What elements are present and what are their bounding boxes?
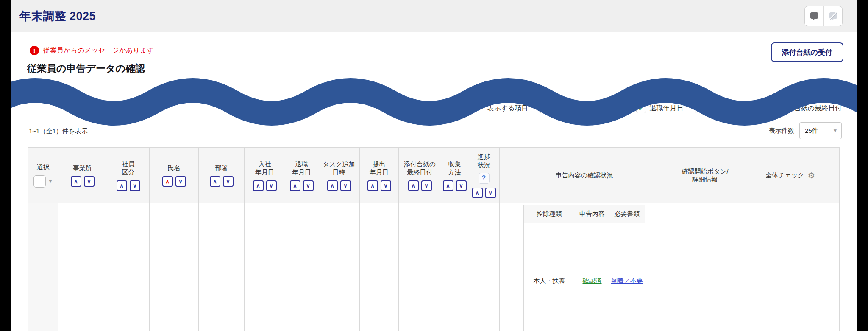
col-name: 氏名 ∧ ∨ [150, 148, 199, 203]
cell-select [28, 203, 58, 331]
cell-name: 10001 サンプル 一郎 [150, 203, 199, 331]
checkbox-department[interactable]: ✓ [540, 103, 550, 113]
result-count: 1~1（全1）件を表示 [29, 127, 88, 135]
col-task-added: タスク追加日時 ∧ ∨ [318, 148, 360, 203]
filter-item-retire-date: ✓ 退職年月日 [636, 103, 684, 113]
sort-asc-icon[interactable]: ∧ [472, 188, 483, 198]
page-size-label: 表示件数 [769, 127, 794, 135]
right-black-margin [857, 0, 868, 331]
checkbox-attachment-date[interactable]: ✓ [767, 103, 777, 113]
table-row: 株式会社オフィスステーション 正社員 10001 サンプル 一郎 部署A 202… [28, 203, 840, 331]
sort-asc-icon[interactable]: ∧ [210, 176, 220, 187]
sort-asc-icon[interactable]: ∧ [71, 176, 81, 187]
cell-progress: 確認済 変更 [468, 203, 500, 331]
review-row-self-dependents: 本人・扶養 確認済 到着／不要 [524, 223, 645, 331]
cell-attachment-last-date: 2025/09/22 [399, 203, 441, 331]
sort-asc-icon[interactable]: ∧ [290, 180, 300, 191]
cell-overall-check: ✓ 1次チェック (マニュアル … 2次チェック 3次チェック [741, 203, 840, 331]
cell-submit-date: 2025/09/30 [360, 203, 399, 331]
cell-retire-date: --- [285, 203, 318, 331]
attachment-sheet-button[interactable]: 添付台紙の受付 [771, 42, 843, 62]
col-submit-date: 提出年月日 ∧ ∨ [360, 148, 399, 203]
sort-asc-icon[interactable]: ∧ [443, 180, 453, 191]
sort-desc-icon[interactable]: ∨ [421, 180, 432, 191]
filter-item-attachment-date: ✓ 添付台紙の最終日付 [767, 103, 842, 113]
filter-item-task-added: ✓ タスク追加日時 [695, 103, 756, 113]
comment-icon-glyph [809, 11, 819, 21]
sort-asc-icon-active[interactable]: ∧ [162, 176, 173, 187]
alert-exclamation-icon: ! [30, 46, 39, 55]
employee-table: 選択 ▼ 事業所 ∧ ∨ 社員区分 ∧ ∨ [28, 147, 839, 331]
sort-desc-icon[interactable]: ∨ [84, 176, 95, 187]
checkbox-hire-date[interactable]: ✓ [578, 103, 588, 113]
sort-asc-icon[interactable]: ∧ [408, 180, 419, 191]
cell-task-added: 2025/09/12 11:20:07 [318, 203, 360, 331]
header-icon-group [804, 6, 843, 26]
cell-hire-date: 2023/04/01 [245, 203, 285, 331]
cell-office: 株式会社オフィスステーション [58, 203, 107, 331]
select-all-checkbox[interactable] [33, 175, 46, 188]
sort-asc-icon[interactable]: ∧ [327, 180, 338, 191]
filter-label: 表示する項目 [487, 104, 529, 113]
page-size-select[interactable]: 25件 ▼ [799, 122, 842, 139]
col-progress: 進捗状況 ? ∧ ∨ [468, 148, 500, 203]
gear-icon[interactable]: ⚙ [808, 171, 815, 180]
cell-review-status: 控除種類 申告内容 必要書類 本人・扶養 確認済 到着／不要 ✓保険料 確認済 … [500, 203, 669, 331]
review-content-link[interactable]: 確認済 [583, 277, 602, 284]
col-department: 部署 ∧ ∨ [199, 148, 245, 203]
sort-asc-icon[interactable]: ∧ [367, 180, 378, 191]
col-hire-date: 入社年月日 ∧ ∨ [245, 148, 285, 203]
col-confirm-detail: 確認開始ボタン/詳細情報 [669, 148, 741, 203]
sort-desc-icon[interactable]: ∨ [485, 188, 496, 198]
left-black-margin [0, 0, 11, 331]
cell-confirm-detail: ! 変更あり 申告内容を確認 メッセージ 年調用メモ 詳細情報 編集履歴 [669, 203, 741, 331]
display-items-filter: 表示する項目 ✓ 部署 ✓ 入社年月日 ✓ 退職年月日 ✓ タスク追加日時 ✓ … [487, 103, 842, 113]
app-header: 年末調整 2025 [11, 0, 857, 32]
checkbox-retire-date[interactable]: ✓ [636, 103, 646, 113]
col-employment-type: 社員区分 ∧ ∨ [107, 148, 150, 203]
sort-asc-icon[interactable]: ∧ [117, 180, 127, 191]
page-size-control: 表示件数 25件 ▼ [769, 122, 842, 139]
col-overall-check: 全体チェック ⚙ [741, 148, 840, 203]
sort-desc-icon[interactable]: ∨ [130, 180, 140, 191]
filter-item-hire-date: ✓ 入社年月日 [578, 103, 625, 113]
chevron-down-icon: ▼ [829, 123, 841, 139]
col-office: 事業所 ∧ ∨ [58, 148, 107, 203]
review-subtable: 控除種類 申告内容 必要書類 本人・扶養 確認済 到着／不要 ✓保険料 確認済 … [523, 205, 645, 331]
col-retire-date: 退職年月日 ∧ ∨ [285, 148, 318, 203]
cell-department: 部署A [199, 203, 245, 331]
review-docs-link[interactable]: 到着／不要 [611, 277, 643, 284]
page-size-value: 25件 [800, 123, 829, 139]
filter-item-department: ✓ 部署 [540, 103, 567, 113]
sort-desc-icon[interactable]: ∨ [381, 180, 391, 191]
table-header-row: 選択 ▼ 事業所 ∧ ∨ 社員区分 ∧ ∨ [28, 148, 840, 203]
sort-desc-icon[interactable]: ∨ [223, 176, 234, 187]
employee-message-link[interactable]: 従業員からのメッセージがあります [43, 46, 154, 55]
comment-off-icon-glyph [828, 11, 838, 21]
col-collection-method: 収集方法 ∧ ∨ [441, 148, 468, 203]
sort-desc-icon[interactable]: ∨ [175, 176, 186, 187]
cell-employment-type: 正社員 [107, 203, 150, 331]
checkbox-task-added[interactable]: ✓ [695, 103, 705, 113]
sort-desc-icon[interactable]: ∨ [456, 180, 467, 191]
chevron-down-icon[interactable]: ▼ [48, 179, 53, 184]
sort-desc-icon[interactable]: ∨ [303, 180, 314, 191]
col-select: 選択 ▼ [28, 148, 58, 203]
comment-icon[interactable] [805, 6, 823, 26]
section-title: 従業員の申告データの確認 [27, 62, 145, 75]
sort-desc-icon[interactable]: ∨ [340, 180, 351, 191]
sort-desc-icon[interactable]: ∨ [266, 180, 277, 191]
cell-collection-method: ☁ OFS [441, 203, 468, 331]
sort-asc-icon[interactable]: ∧ [253, 180, 264, 191]
help-icon[interactable]: ? [479, 173, 490, 184]
col-attachment-last-date: 添付台紙の最終日付 ∧ ∨ [399, 148, 441, 203]
page-title: 年末調整 2025 [19, 8, 96, 24]
col-review-status: 申告内容の確認状況 [500, 148, 669, 203]
employee-message-alert: ! 従業員からのメッセージがあります [30, 46, 154, 55]
comment-off-icon[interactable] [823, 6, 842, 26]
